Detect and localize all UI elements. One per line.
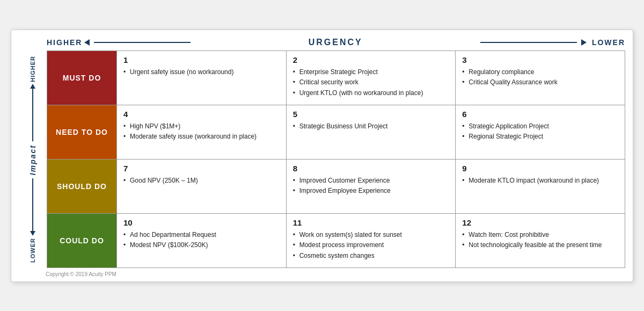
impact-higher-label: HIGHER <box>30 56 36 82</box>
cell-3-0: 10Ad hoc Departmental RequestModest NPV … <box>117 214 287 267</box>
cell-items-3-2: Watch Item: Cost prohibitiveNot technolo… <box>462 230 618 250</box>
cell-item-1-0-1: Moderate safety issue (workaround in pla… <box>123 132 280 141</box>
urgency-header: HIGHER URGENCY LOWER <box>19 38 625 47</box>
cell-3-2: 12Watch Item: Cost prohibitiveNot techno… <box>456 214 625 267</box>
cell-items-0-0: Urgent safety issue (no workaround) <box>123 68 280 77</box>
cell-item-0-1-1: Critical security work <box>293 78 449 87</box>
cell-number-1-0: 4 <box>123 110 280 119</box>
cell-items-3-1: Work on system(s) slated for sunsetModes… <box>293 230 449 261</box>
impact-column: HIGHER Impact LOWER <box>19 50 47 268</box>
cell-items-0-1: Enterprise Strategic ProjectCritical sec… <box>293 68 449 98</box>
cell-item-0-0-0: Urgent safety issue (no workaround) <box>123 68 280 77</box>
could-do-row: COULD DO10Ad hoc Departmental RequestMod… <box>47 214 625 267</box>
row-label-2: SHOULD DO <box>57 182 107 191</box>
cell-items-1-2: Strategic Application ProjectRegional St… <box>462 122 618 142</box>
cell-item-3-0-1: Modest NPV ($100K-250K) <box>123 241 280 250</box>
cell-items-1-0: High NPV ($1M+)Moderate safety issue (wo… <box>123 122 280 142</box>
label-cell-2: SHOULD DO <box>47 160 117 213</box>
cell-item-2-0-0: Good NPV (250K – 1M) <box>123 176 280 185</box>
impact-line-bottom <box>32 178 33 231</box>
cell-items-3-0: Ad hoc Departmental RequestModest NPV ($… <box>123 230 280 250</box>
cell-item-1-2-0: Strategic Application Project <box>462 122 618 131</box>
should-do-row: SHOULD DO7Good NPV (250K – 1M)8Improved … <box>47 160 625 214</box>
cell-item-3-1-2: Cosmetic system changes <box>293 251 449 261</box>
copyright-text: Copyright © 2019 Acuity PPM <box>19 271 625 277</box>
cell-item-2-2-0: Moderate KTLO impact (workaround in plac… <box>462 176 618 185</box>
cell-items-0-2: Regulatory complianceCritical Quality As… <box>462 68 618 88</box>
cell-number-3-1: 11 <box>293 218 449 227</box>
cell-items-2-1: Improved Customer ExperienceImproved Emp… <box>293 176 449 196</box>
cell-number-1-2: 6 <box>462 110 618 119</box>
cell-3-1: 11Work on system(s) slated for sunsetMod… <box>287 214 456 267</box>
cell-items-1-1: Strategic Business Unit Project <box>293 122 449 131</box>
cell-item-0-1-0: Enterprise Strategic Project <box>293 68 449 77</box>
row-label-1: NEED TO DO <box>56 128 108 136</box>
cell-1-2: 6Strategic Application ProjectRegional S… <box>456 105 625 159</box>
urgency-label: URGENCY <box>309 38 363 47</box>
impact-arrow-up <box>30 84 35 89</box>
row-label-3: COULD DO <box>60 236 104 245</box>
cell-item-3-2-0: Watch Item: Cost prohibitive <box>462 230 618 240</box>
cell-item-0-2-0: Regulatory compliance <box>462 68 618 77</box>
cell-2-2: 9Moderate KTLO impact (workaround in pla… <box>456 160 625 213</box>
arrow-right-line <box>480 42 577 43</box>
cell-items-2-2: Moderate KTLO impact (workaround in plac… <box>462 176 618 185</box>
arrow-right-head <box>581 39 587 46</box>
cell-number-2-1: 8 <box>293 164 449 173</box>
main-container: HIGHER URGENCY LOWER HIGHER Impact LOWER <box>11 30 633 282</box>
cell-1-1: 5Strategic Business Unit Project <box>287 105 456 159</box>
arrow-left-head <box>84 39 90 46</box>
urgency-lower: LOWER <box>480 38 625 47</box>
row-label-0: MUST DO <box>63 74 101 82</box>
cell-0-1: 2Enterprise Strategic ProjectCritical se… <box>287 51 456 105</box>
cell-number-0-0: 1 <box>123 55 280 64</box>
impact-lower-label: LOWER <box>30 238 36 263</box>
label-cell-3: COULD DO <box>47 214 117 267</box>
priority-grid: MUST DO1Urgent safety issue (no workarou… <box>47 50 625 268</box>
cell-item-1-2-1: Regional Strategic Project <box>462 132 618 141</box>
cell-item-3-2-1: Not technologically feasible at the pres… <box>462 241 618 250</box>
urgency-higher: HIGHER <box>47 38 191 47</box>
cell-item-0-2-1: Critical Quality Assurance work <box>462 78 618 87</box>
urgency-center: URGENCY <box>191 38 480 47</box>
main-content: HIGHER Impact LOWER MUST DO1Urgent safet… <box>19 50 625 268</box>
cell-number-2-2: 9 <box>462 164 618 173</box>
need-to-do-row: NEED TO DO4High NPV ($1M+)Moderate safet… <box>47 105 625 160</box>
impact-arrow-down <box>30 231 35 236</box>
cell-number-0-1: 2 <box>293 55 449 64</box>
cell-item-1-0-0: High NPV ($1M+) <box>123 122 280 131</box>
label-cell-1: NEED TO DO <box>47 105 117 159</box>
cell-2-0: 7Good NPV (250K – 1M) <box>117 160 287 213</box>
cell-item-3-0-0: Ad hoc Departmental Request <box>123 230 280 240</box>
cell-item-3-1-0: Work on system(s) slated for sunset <box>293 230 449 240</box>
cell-item-0-1-2: Urgent KTLO (with no workaround in place… <box>293 89 449 98</box>
impact-line-top <box>32 89 33 141</box>
cell-item-2-1-0: Improved Customer Experience <box>293 176 449 185</box>
cell-item-2-1-1: Improved Employee Experience <box>293 186 449 196</box>
cell-0-2: 3Regulatory complianceCritical Quality A… <box>456 51 625 105</box>
cell-number-2-0: 7 <box>123 164 280 173</box>
cell-0-0: 1Urgent safety issue (no workaround) <box>117 51 287 105</box>
impact-label: Impact <box>28 141 37 178</box>
cell-number-3-2: 12 <box>462 218 618 227</box>
cell-items-2-0: Good NPV (250K – 1M) <box>123 176 280 185</box>
arrow-left-line <box>94 42 191 43</box>
cell-number-1-1: 5 <box>293 110 449 119</box>
must-do-row: MUST DO1Urgent safety issue (no workarou… <box>47 51 625 105</box>
cell-2-1: 8Improved Customer ExperienceImproved Em… <box>287 160 456 213</box>
cell-item-3-1-1: Modest process improvement <box>293 241 449 250</box>
label-cell-0: MUST DO <box>47 51 117 105</box>
cell-number-3-0: 10 <box>123 218 280 227</box>
urgency-lower-label: LOWER <box>592 38 625 47</box>
cell-item-1-1-0: Strategic Business Unit Project <box>293 122 449 131</box>
urgency-higher-label: HIGHER <box>47 38 82 47</box>
cell-1-0: 4High NPV ($1M+)Moderate safety issue (w… <box>117 105 287 159</box>
cell-number-0-2: 3 <box>462 55 618 64</box>
